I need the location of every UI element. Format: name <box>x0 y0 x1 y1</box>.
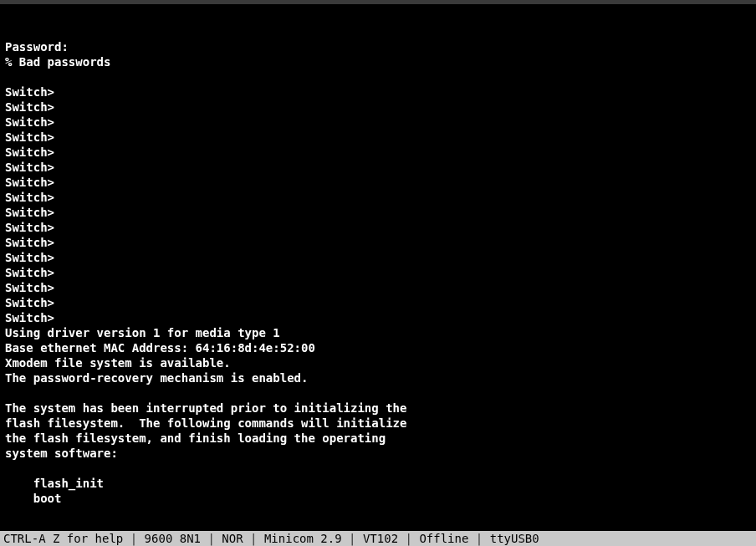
terminal-line: the flash filesystem, and finish loading… <box>5 431 751 446</box>
status-baud: 9600 8N1 <box>145 531 201 546</box>
status-separator: | <box>398 531 419 546</box>
status-port: ttyUSB0 <box>490 531 539 546</box>
terminal-output[interactable]: Password:% Bad passwordsSwitch>Switch>Sw… <box>0 4 756 546</box>
status-separator: | <box>123 531 144 546</box>
terminal-line: The system has been interrupted prior to… <box>5 401 751 416</box>
status-separator: | <box>468 531 489 546</box>
status-flow: NOR <box>222 531 243 546</box>
terminal-line: flash filesystem. The following commands… <box>5 416 751 431</box>
status-separator: | <box>243 531 264 546</box>
terminal-line: % Bad passwords <box>5 54 751 69</box>
terminal-line: Switch> <box>5 175 751 190</box>
terminal-line: Using driver version 1 for media type 1 <box>5 325 751 340</box>
terminal-line: flash_init <box>5 476 751 491</box>
terminal-line: Switch> <box>5 310 751 325</box>
terminal-line <box>5 69 751 84</box>
terminal-line: Switch> <box>5 190 751 205</box>
terminal-line: Switch> <box>5 100 751 115</box>
terminal-line: Switch> <box>5 265 751 280</box>
status-term: VT102 <box>363 531 398 546</box>
terminal-line: Switch> <box>5 220 751 235</box>
status-separator: | <box>201 531 222 546</box>
terminal-line: Password: <box>5 39 751 54</box>
terminal-line <box>5 461 751 476</box>
terminal-line: Switch> <box>5 84 751 100</box>
terminal-line: Switch> <box>5 235 751 250</box>
terminal-line: Switch> <box>5 130 751 145</box>
status-bar: CTRL-A Z for help | 9600 8N1 | NOR | Min… <box>0 531 756 546</box>
terminal-line: Switch> <box>5 280 751 295</box>
terminal-line: system software: <box>5 446 751 461</box>
status-conn: Offline <box>419 531 468 546</box>
status-help: CTRL-A Z for help <box>3 531 123 546</box>
terminal-line <box>5 385 751 401</box>
terminal-line: Switch> <box>5 295 751 310</box>
terminal-line: The password-recovery mechanism is enabl… <box>5 370 751 385</box>
terminal-line: Switch> <box>5 205 751 220</box>
status-app: Minicom 2.9 <box>264 531 342 546</box>
terminal-line <box>5 506 751 521</box>
terminal-line: Switch> <box>5 160 751 175</box>
terminal-line: Switch> <box>5 145 751 160</box>
status-separator: | <box>342 531 363 546</box>
terminal-line: Switch> <box>5 250 751 265</box>
terminal-line: Switch> <box>5 115 751 130</box>
terminal-line: boot <box>5 491 751 506</box>
terminal-line: Xmodem file system is available. <box>5 355 751 370</box>
terminal-line: Base ethernet MAC Address: 64:16:8d:4e:5… <box>5 340 751 355</box>
